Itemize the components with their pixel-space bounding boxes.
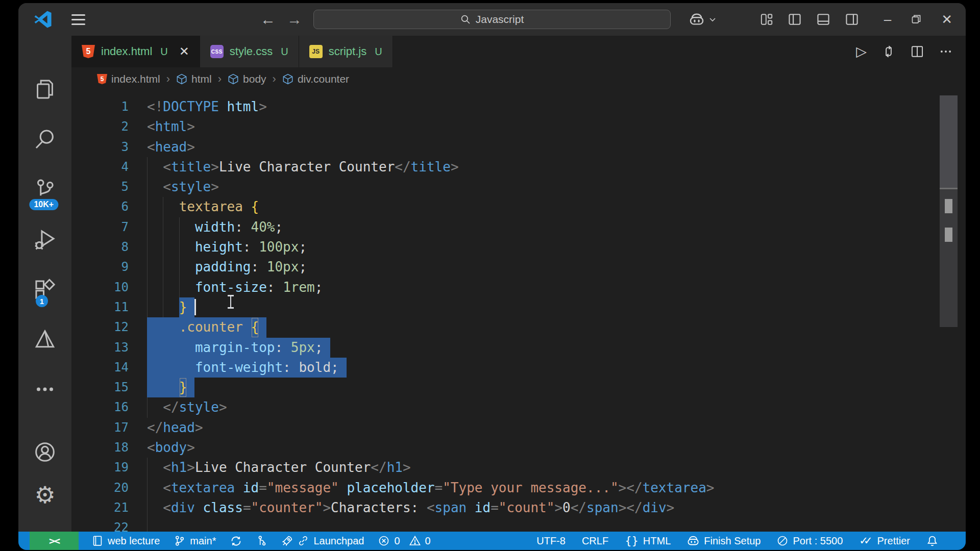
breadcrumb-body[interactable]: body	[228, 73, 266, 85]
tab-style-css[interactable]: CSS style.css U	[200, 36, 299, 67]
explorer-icon[interactable]	[34, 64, 56, 114]
prism-extension-icon[interactable]	[34, 314, 56, 364]
account-icon[interactable]	[34, 431, 56, 473]
more-actions-icon[interactable]	[939, 45, 952, 58]
source-control-badge: 10K+	[29, 199, 58, 210]
eol-button[interactable]: CRLF	[582, 535, 608, 547]
search-text: Javascript	[476, 13, 524, 26]
prettier-button[interactable]: ✓✓ Prettier	[859, 535, 910, 547]
search-icon	[460, 14, 471, 24]
extensions-badge: 1	[36, 295, 48, 307]
line-number: 21	[71, 498, 147, 518]
more-views-icon[interactable]	[34, 364, 56, 414]
remote-indicator[interactable]: ><	[30, 532, 79, 550]
settings-gear-icon[interactable]: ⚙	[34, 473, 56, 516]
code-line[interactable]: 12 .counter {	[71, 317, 966, 337]
copilot-menu[interactable]	[689, 12, 717, 27]
tab-label: style.css	[230, 45, 273, 58]
html-file-icon: 5	[97, 74, 107, 84]
menu-icon[interactable]	[71, 14, 85, 25]
live-server-port-button[interactable]: Port : 5500	[777, 535, 843, 547]
activity-bar: 10K+ 1	[18, 36, 71, 532]
language-mode-button[interactable]: {} HTML	[625, 535, 671, 547]
ibeam-mouse-cursor	[228, 295, 234, 309]
breadcrumb-separator: ›	[217, 72, 223, 86]
line-number: 13	[71, 338, 147, 358]
launchpad-button[interactable]: Launchpad	[282, 535, 364, 547]
open-changes-icon[interactable]	[882, 45, 895, 58]
git-status-badge: U	[281, 46, 288, 58]
project-button[interactable]: web lecture	[92, 535, 160, 547]
copilot-icon	[689, 12, 704, 27]
code-line[interactable]: 18<body>	[71, 438, 966, 458]
code-line[interactable]: 10 font-size: 1rem;	[71, 278, 966, 297]
tab-index-html[interactable]: 5 index.html U ✕	[71, 36, 200, 67]
breadcrumb-html[interactable]: html	[176, 73, 212, 85]
code-line[interactable]: 13 margin-top: 5px;	[71, 338, 966, 358]
source-control-icon[interactable]: 10K+	[34, 164, 56, 214]
line-number: 6	[71, 197, 147, 217]
line-number: 22	[71, 518, 147, 532]
code-line[interactable]: 6 textarea {	[71, 197, 966, 217]
git-branch-button[interactable]: main*	[174, 535, 216, 547]
notifications-button[interactable]	[926, 535, 938, 547]
toggle-primary-sidebar-icon[interactable]	[788, 13, 801, 26]
line-number: 5	[71, 177, 147, 197]
commit-graph-button[interactable]	[256, 535, 267, 546]
problems-button[interactable]: 0 0	[378, 535, 430, 547]
line-number: 8	[71, 237, 147, 257]
code-line[interactable]: 3<head>	[71, 137, 966, 157]
code-line[interactable]: 2<html>	[71, 117, 966, 137]
sync-icon	[230, 535, 242, 547]
code-line[interactable]: 16 </style>	[71, 397, 966, 417]
code-line[interactable]: 4 <title>Live Character Counter</title>	[71, 157, 966, 177]
code-editor[interactable]: 1<!DOCTYPE html>2<html>3<head>4 <title>L…	[71, 91, 966, 532]
command-center-search[interactable]: Javascript	[313, 10, 671, 29]
tab-script-js[interactable]: JS script.js U	[299, 36, 393, 67]
code-line[interactable]: 5 <style>	[71, 177, 966, 197]
text-cursor	[194, 299, 196, 315]
tab-label: script.js	[329, 45, 367, 58]
minimize-icon[interactable]: –	[884, 13, 891, 26]
extensions-icon[interactable]: 1	[34, 264, 56, 314]
line-number: 11	[71, 297, 147, 317]
sync-button[interactable]	[230, 535, 242, 547]
back-arrow-icon[interactable]: ←	[260, 12, 276, 27]
close-tab-icon[interactable]: ✕	[179, 45, 189, 58]
vscode-window: ← → Javascript	[18, 3, 966, 550]
encoding-button[interactable]: UTF-8	[536, 535, 566, 547]
split-editor-icon[interactable]	[911, 45, 924, 58]
minimap-scrollbar[interactable]	[940, 91, 958, 532]
code-line[interactable]: 19 <h1>Live Character Counter</h1>	[71, 458, 966, 478]
breadcrumb-file[interactable]: 5 index.html	[97, 73, 160, 85]
line-number: 7	[71, 217, 147, 237]
line-number: 20	[71, 478, 147, 498]
code-line[interactable]: 17</head>	[71, 418, 966, 438]
code-line[interactable]: 7 width: 40%;	[71, 217, 966, 237]
line-number: 15	[71, 378, 147, 397]
forward-arrow-icon[interactable]: →	[287, 12, 302, 27]
customize-layout-icon[interactable]	[761, 13, 773, 26]
code-line[interactable]: 20 <textarea id="message" placeholder="T…	[71, 478, 966, 498]
code-line[interactable]: 11 }	[71, 297, 966, 317]
breadcrumb-div-counter[interactable]: div.counter	[282, 73, 349, 85]
run-debug-icon[interactable]	[34, 214, 56, 264]
restore-icon[interactable]	[911, 14, 922, 25]
copilot-icon	[687, 535, 699, 547]
code-line[interactable]: 15 }	[71, 378, 966, 397]
link-icon	[298, 535, 309, 546]
run-file-icon[interactable]: ▷	[856, 45, 867, 59]
braces-icon: {}	[625, 536, 639, 546]
copilot-status-button[interactable]: Finish Setup	[687, 535, 761, 547]
toggle-panel-icon[interactable]	[817, 13, 830, 26]
close-window-icon[interactable]: ✕	[941, 13, 952, 26]
code-line[interactable]: 1<!DOCTYPE html>	[71, 97, 966, 117]
toggle-secondary-sidebar-icon[interactable]	[845, 13, 859, 26]
code-line[interactable]: 14 font-weight: bold;	[71, 358, 966, 378]
search-sidebar-icon[interactable]	[34, 114, 56, 164]
code-line[interactable]: 9 padding: 10px;	[71, 257, 966, 277]
code-line[interactable]: 22	[71, 518, 966, 532]
code-line[interactable]: 8 height: 100px;	[71, 237, 966, 257]
minimap-slider[interactable]	[940, 95, 958, 188]
code-line[interactable]: 21 <div class="counter">Characters: <spa…	[71, 498, 966, 518]
